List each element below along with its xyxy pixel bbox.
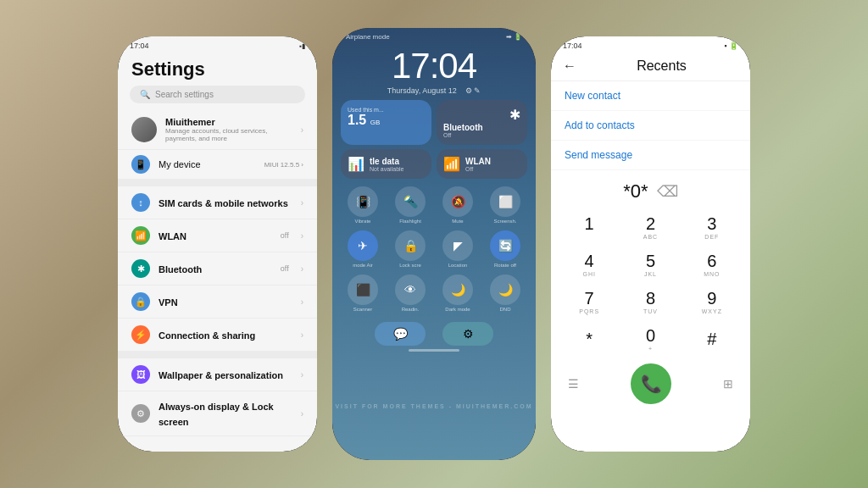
dial-key-star[interactable]: * — [559, 321, 619, 357]
darkmode-btn[interactable]: 🌙 — [442, 274, 473, 305]
connection-icon: ⚡ — [131, 325, 150, 344]
vibrate-btn[interactable]: 📳 — [348, 186, 378, 217]
status-bar-left: 17:04 ▪▮ — [118, 36, 317, 52]
dial-key-hash[interactable]: # — [682, 321, 742, 357]
wlan-value: off — [281, 231, 289, 240]
dial-key-2[interactable]: 2 ABC — [620, 209, 680, 245]
time-right: 17:04 — [563, 42, 582, 50]
bluetooth-tile-icon: ✱ — [443, 107, 520, 123]
vibrate-col: 📳 Vibrate — [348, 186, 378, 224]
rotate-btn[interactable]: 🔄 — [490, 230, 520, 261]
call-button[interactable]: 📞 — [631, 363, 671, 404]
date-text: Thursday, August 12 — [387, 86, 457, 95]
right-status-icons: ▪ 🔋 — [724, 42, 738, 50]
send-message-action[interactable]: Send message — [551, 141, 750, 170]
dial-key-5[interactable]: 5 JKL — [620, 247, 680, 282]
add-to-contacts-action[interactable]: Add to contacts — [551, 111, 750, 141]
account-item[interactable]: Miuithemer Manage accounts, cloud servic… — [118, 110, 317, 150]
right-status-bar: 17:04 ▪ 🔋 — [551, 36, 750, 52]
bluetooth-tile[interactable]: ✱ Bluetooth Off — [437, 100, 527, 145]
icon-row-3: ⬛ Scanner 👁 Readin. 🌙 Dark mode 🌙 DND — [332, 271, 536, 315]
screenshot-btn[interactable]: ⬜ — [490, 186, 520, 217]
my-device-badge: MIUI 12.5.5 › — [264, 161, 303, 169]
battery-icon: ▪▮ — [299, 42, 305, 50]
lock-label: Lock scre — [399, 263, 421, 268]
home-indicator[interactable] — [409, 349, 459, 352]
dial-key-8[interactable]: 8 TUV — [620, 284, 680, 319]
menu-icon[interactable]: ☰ — [568, 377, 579, 391]
dial-key-6[interactable]: 6 MNO — [682, 247, 742, 282]
device-icon: 📱 — [131, 155, 150, 174]
location-col: ◤ Location — [442, 230, 473, 268]
bluetooth-tile-sub: Off — [443, 132, 520, 138]
always-on-item[interactable]: ⚙ Always-on display & Lock screen › — [118, 391, 317, 436]
bluetooth-item[interactable]: ✱ Bluetooth off › — [118, 252, 317, 286]
airplane-btn[interactable]: ✈ — [348, 230, 378, 261]
chevron-icon: › — [301, 198, 303, 208]
settings-dock-btn[interactable]: ⚙ — [442, 322, 493, 346]
dial-key-3[interactable]: 3 DEF — [682, 209, 742, 245]
delete-button[interactable]: ⌫ — [657, 182, 678, 201]
darkmode-col: 🌙 Dark mode — [442, 274, 473, 312]
keypad-icon[interactable]: ⊞ — [723, 377, 733, 391]
sim-icon: ↕ — [131, 193, 150, 212]
connection-item[interactable]: ⚡ Connection & sharing › — [118, 319, 317, 352]
mobile-data-tile[interactable]: 📊 tle data Not available — [341, 149, 431, 179]
settings-screen: 17:04 ▪▮ Settings 🔍 Search settings Miui… — [118, 36, 317, 452]
icon-row-1: 📳 Vibrate 🔦 Flashlight 🔕 Mute ⬜ Screensh… — [332, 183, 536, 227]
wallpaper-item[interactable]: 🖼 Wallpaper & personalization › — [118, 358, 317, 391]
mobile-data-title: tle data — [370, 157, 403, 166]
data-usage-tile[interactable]: Used this m... 1.5 GB — [341, 100, 431, 145]
connection-label: Connection & sharing — [159, 330, 255, 341]
left-phone: 17:04 ▪▮ Settings 🔍 Search settings Miui… — [118, 36, 317, 452]
scanner-btn[interactable]: ⬛ — [348, 274, 378, 305]
sim-item[interactable]: ↕ SIM cards & mobile networks › — [118, 186, 317, 219]
tiles-row-2: 📊 tle data Not available 📶 WLAN Off — [332, 149, 536, 183]
mute-btn[interactable]: 🔕 — [442, 186, 473, 217]
my-device-label: My device — [159, 159, 256, 169]
wlan-tile[interactable]: 📶 WLAN Off — [437, 149, 527, 179]
wlan-item[interactable]: 📶 WLAN off › — [118, 219, 317, 252]
vpn-icon: 🔒 — [131, 292, 150, 311]
flashlight-btn[interactable]: 🔦 — [395, 186, 426, 217]
bluetooth-label: Bluetooth — [159, 264, 202, 274]
dial-key-1[interactable]: 1 — [559, 209, 619, 245]
divider2 — [118, 352, 317, 358]
lock-btn[interactable]: 🔒 — [395, 230, 426, 261]
bluetooth-icon: ✱ — [131, 259, 150, 278]
my-device-item[interactable]: 📱 My device MIUI 12.5.5 › — [118, 150, 317, 180]
wallpaper-label: Wallpaper & personalization — [159, 370, 283, 380]
mobile-data-sub: Not available — [370, 166, 403, 172]
vpn-item[interactable]: 🔒 VPN › — [118, 286, 317, 319]
scanner-label: Scanner — [353, 307, 372, 312]
search-bar[interactable]: 🔍 Search settings — [130, 86, 305, 103]
dnd-label: DND — [500, 307, 511, 312]
location-btn[interactable]: ◤ — [442, 230, 473, 261]
dial-key-0[interactable]: 0 + — [620, 321, 680, 357]
back-button[interactable]: ← — [563, 58, 576, 74]
icon-row-2: ✈ mode Air 🔒 Lock scre ◤ Location 🔄 Rota… — [332, 227, 536, 271]
avatar — [131, 117, 157, 142]
tiles-row-1: Used this m... 1.5 GB ✱ Bluetooth Off — [332, 100, 536, 149]
dnd-btn[interactable]: 🌙 — [490, 274, 520, 305]
chevron-icon: › — [301, 297, 303, 307]
location-label: Location — [448, 263, 468, 268]
settings-title: Settings — [118, 52, 317, 86]
data-usage-value: 1.5 GB — [348, 113, 425, 128]
dial-key-7[interactable]: 7 PQRS — [559, 284, 619, 319]
mobile-data-icon: 📊 — [348, 156, 364, 172]
reading-btn[interactable]: 👁 — [395, 274, 426, 305]
center-time: 17:04 — [332, 42, 536, 86]
dial-key-9[interactable]: 9 WXYZ — [682, 284, 742, 319]
flashlight-col: 🔦 Flashlight — [395, 186, 426, 224]
scanner-col: ⬛ Scanner — [348, 274, 378, 312]
messages-dock-btn[interactable]: 💬 — [375, 322, 426, 346]
date-icons: ⚙ ✎ — [465, 86, 481, 95]
new-contact-action[interactable]: New contact — [551, 81, 750, 111]
bottom-dock: 💬 ⚙ — [332, 315, 536, 349]
divider — [118, 180, 317, 186]
lock-col: 🔒 Lock scre — [395, 230, 426, 268]
dial-key-4[interactable]: 4 GHI — [559, 247, 619, 282]
center-battery-icon: ➡ 🔋 — [506, 33, 522, 41]
mute-col: 🔕 Mute — [442, 186, 473, 224]
